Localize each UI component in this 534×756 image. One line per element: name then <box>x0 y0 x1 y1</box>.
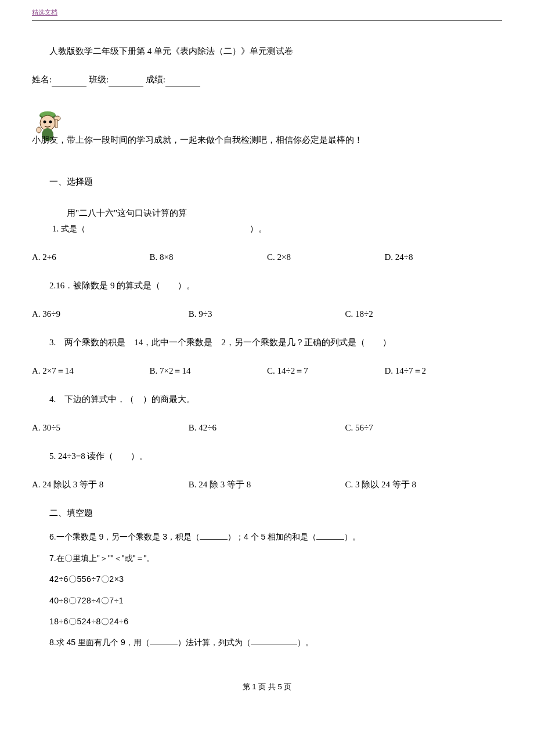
q1-opt-c: C. 2×8 <box>267 250 385 264</box>
score-label: 成绩: <box>146 75 165 84</box>
svg-rect-7 <box>55 120 57 128</box>
q1-opt-b: B. 8×8 <box>150 250 268 264</box>
q5-opt-c: C. 3 除以 24 等于 8 <box>345 478 501 491</box>
question-3: 3. 两个乘数的积是 14，此中一个乘数是 2，另一个乘数是几？正确的列式是（ … <box>49 335 502 349</box>
page-footer: 第 1 页 共 5 页 <box>32 681 502 693</box>
q1-number: 1. <box>52 222 59 236</box>
question-8: 8.求 45 里面有几个 9，用（）法计算，列式为（）。 <box>49 636 502 649</box>
question-1: 用"二八十六"这句口诀计算的算 1. 式是（ ）。 <box>32 206 502 236</box>
svg-point-3 <box>44 120 46 123</box>
q5-opt-b: B. 24 除 3 等于 8 <box>189 478 345 491</box>
q4-options: A. 30÷5 B. 42÷6 C. 56÷7 <box>32 421 502 435</box>
q3-opt-b: B. 7×2＝14 <box>150 364 268 378</box>
document-title: 人教版数学二年级下册第 4 单元《表内除法（二）》单元测试卷 <box>49 44 502 58</box>
q6-mid: ）；4 个 5 相加的和是（ <box>228 532 316 541</box>
name-label: 姓名: <box>32 75 52 84</box>
question-4: 4. 下边的算式中，（ ）的商最大。 <box>49 392 502 406</box>
q4-opt-b: B. 42÷6 <box>189 421 345 435</box>
q7-line-3: 18÷6〇524÷8〇24÷6 <box>49 615 502 628</box>
student-info-line: 姓名: 班级: 成绩: <box>32 73 502 86</box>
q2-opt-b: B. 9÷3 <box>189 307 345 321</box>
q2-opt-c: C. 18÷2 <box>345 307 501 321</box>
svg-point-8 <box>37 127 41 133</box>
q6-blank-1 <box>200 531 228 540</box>
q3-opt-d: D. 14÷7＝2 <box>385 364 503 378</box>
q8-prefix: 8.求 45 里面有几个 9，用（ <box>49 638 150 647</box>
q7-line-1: 42÷6〇556÷7〇2×3 <box>49 573 502 585</box>
q8-suffix: ）。 <box>297 638 313 647</box>
intro-text: 小朋友，带上你一段时间的学习成就，一起来做个自我检测吧，相信你必定是最棒的！ <box>32 133 502 147</box>
q1-opt-a: A. 2+6 <box>32 250 150 264</box>
q5-opt-a: A. 24 除以 3 等于 8 <box>32 478 189 491</box>
q4-opt-c: C. 56÷7 <box>345 421 501 435</box>
section-1-heading: 一、选择题 <box>49 175 502 189</box>
q1-phrase: 用"二八十六"这句口诀计算的算 <box>67 206 502 220</box>
q2-options: A. 36÷9 B. 9÷3 C. 18÷2 <box>32 307 502 321</box>
q1-options: A. 2+6 B. 8×8 C. 2×8 D. 24÷8 <box>32 250 502 264</box>
q3-options: A. 2×7＝14 B. 7×2＝14 C. 14÷2＝7 D. 14÷7＝2 <box>32 364 502 378</box>
q5-options: A. 24 除以 3 等于 8 B. 24 除 3 等于 8 C. 3 除以 2… <box>32 478 502 491</box>
question-5: 5. 24÷3=8 读作（ ）。 <box>49 449 502 463</box>
q8-blank-1 <box>150 637 178 645</box>
question-2: 2.16．被除数是 9 的算式是（ ）。 <box>49 278 502 292</box>
q1-stem-tail: 式是（ <box>61 225 85 233</box>
score-blank <box>165 76 200 86</box>
q1-suffix: ）。 <box>250 222 267 236</box>
q4-opt-a: A. 30÷5 <box>32 421 189 435</box>
class-label: 班级: <box>89 75 109 84</box>
header-tag: 精选文档 <box>32 8 57 19</box>
name-blank <box>52 76 86 86</box>
question-7: 7.在〇里填上"＞""＜"或"＝"。 <box>49 552 502 565</box>
q2-opt-a: A. 36÷9 <box>32 307 189 321</box>
q1-opt-d: D. 24÷8 <box>385 250 503 264</box>
q7-line-2: 40÷8〇728÷4〇7÷1 <box>49 594 502 607</box>
q8-blank-2 <box>251 637 297 645</box>
question-6: 6.一个乘数是 9，另一个乘数是 3，积是（）；4 个 5 相加的和是（）。 <box>49 530 502 543</box>
class-blank <box>109 76 143 86</box>
q8-mid: ）法计算，列式为（ <box>178 638 251 647</box>
q3-opt-a: A. 2×7＝14 <box>32 364 150 378</box>
section-2-heading: 二、填空题 <box>49 506 502 520</box>
top-divider <box>32 20 502 21</box>
q6-blank-2 <box>316 531 344 540</box>
q3-opt-c: C. 14÷2＝7 <box>267 364 385 378</box>
svg-point-4 <box>49 120 52 123</box>
q6-suffix: ）。 <box>344 532 360 541</box>
q6-prefix: 6.一个乘数是 9，另一个乘数是 3，积是（ <box>49 532 200 541</box>
